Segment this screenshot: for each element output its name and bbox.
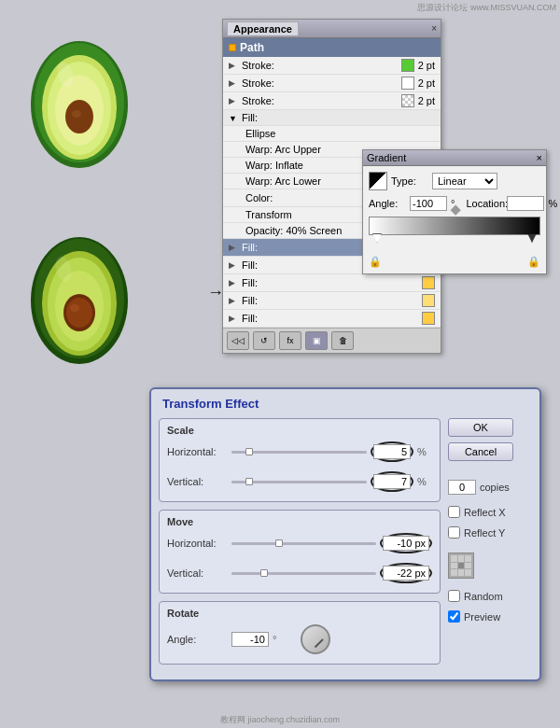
scale-vertical-input[interactable] xyxy=(373,474,411,489)
move-vertical-slider[interactable] xyxy=(231,572,376,575)
move-h-thumb[interactable] xyxy=(275,539,283,547)
grid-cell-2 xyxy=(458,555,465,562)
copies-row: copies xyxy=(448,480,532,495)
stroke-row-1[interactable]: ▶ Stroke: 2 pt xyxy=(223,57,441,75)
fill-row-4[interactable]: ▶ Fill: xyxy=(223,292,441,310)
gradient-type-select[interactable]: Linear Radial xyxy=(432,173,497,189)
fill-arrow-2: ▶ xyxy=(229,260,238,270)
path-label: Path xyxy=(240,41,264,54)
history-back-button[interactable]: ◁◁ xyxy=(227,331,249,350)
rotate-dial[interactable] xyxy=(301,624,330,654)
gradient-tab[interactable]: Gradient xyxy=(367,152,406,163)
avocado-top xyxy=(19,28,140,177)
gradient-content: Type: Linear Radial Angle: ° Location: %… xyxy=(363,166,546,273)
fill-arrow-3: ▶ xyxy=(229,278,238,287)
move-vertical-input[interactable] xyxy=(383,566,429,581)
random-row: Random xyxy=(448,590,532,602)
scale-vertical-unit: % xyxy=(417,476,432,487)
fill-header-label: Fill: xyxy=(242,112,258,123)
gradient-panel: Gradient × Type: Linear Radial Angle: ° … xyxy=(362,149,547,274)
scale-h-thumb[interactable] xyxy=(245,448,253,455)
stroke-row-3[interactable]: ▶ Stroke: 2 pt xyxy=(223,92,441,110)
transform-title: Transform Effect xyxy=(159,397,532,411)
path-header: Path xyxy=(223,38,441,57)
appearance-titlebar: Appearance × xyxy=(223,20,441,38)
grid-cell-5 xyxy=(458,563,465,569)
appearance-close-button[interactable]: × xyxy=(431,23,437,34)
gradient-lock-row: 🔒 🔒 xyxy=(369,256,540,268)
move-vertical-row: Vertical: xyxy=(167,563,432,583)
fill-label-5: Fill: xyxy=(238,313,418,324)
fill-label-4: Fill: xyxy=(238,295,418,306)
gradient-preview-swatch xyxy=(369,172,387,190)
transform-grid-icon[interactable] xyxy=(448,553,474,579)
watermark: 思源设计论坛 www.MISSVUAN.COM xyxy=(417,2,556,14)
copies-input[interactable] xyxy=(448,480,476,495)
cancel-button[interactable]: Cancel xyxy=(448,442,513,461)
fill-section-header[interactable]: ▼ Fill: xyxy=(223,110,441,126)
gradient-close-button[interactable]: × xyxy=(537,152,542,163)
stroke-swatch-1 xyxy=(401,59,414,72)
scale-section: Scale Horizontal: % Vertical: xyxy=(159,418,441,502)
rotate-angle-unit: ° xyxy=(273,634,287,645)
fill-swatch-4 xyxy=(422,294,435,307)
delete-button[interactable]: 🗑 xyxy=(331,331,354,350)
stroke-value-1: 2 pt xyxy=(418,60,435,71)
grid-cell-3 xyxy=(465,555,471,562)
scale-v-track xyxy=(231,481,367,483)
scale-horizontal-input[interactable] xyxy=(373,444,411,459)
move-v-thumb[interactable] xyxy=(260,569,268,577)
add-effect-button[interactable]: fx xyxy=(279,331,301,350)
stroke-row-2[interactable]: ▶ Stroke: 2 pt xyxy=(223,75,441,92)
scale-horizontal-slider[interactable] xyxy=(231,451,367,454)
grid-cell-7 xyxy=(451,569,457,576)
fill-row-3[interactable]: ▶ Fill: xyxy=(223,274,441,292)
reflect-y-checkbox[interactable] xyxy=(448,526,460,539)
gradient-location-input[interactable] xyxy=(507,196,544,211)
move-horizontal-value xyxy=(380,533,432,553)
gradient-location-unit: % xyxy=(548,198,557,209)
reflect-y-row: Reflect Y xyxy=(448,526,532,539)
effect-ellipse[interactable]: Ellipse xyxy=(223,126,441,142)
effect-label-ellipse: Ellipse xyxy=(242,128,435,139)
scale-h-track xyxy=(231,451,367,454)
transform-left-panel: Scale Horizontal: % Vertical: xyxy=(159,418,441,672)
rotate-angle-input[interactable] xyxy=(231,632,269,647)
appearance-tab[interactable]: Appearance xyxy=(227,21,299,35)
svg-point-15 xyxy=(70,304,79,312)
scale-vertical-slider[interactable] xyxy=(231,481,367,483)
random-checkbox[interactable] xyxy=(448,590,460,602)
svg-point-14 xyxy=(66,298,92,328)
scale-horizontal-unit: % xyxy=(417,446,432,457)
history-forward-button[interactable]: ↺ xyxy=(253,331,275,350)
move-horizontal-slider[interactable] xyxy=(231,542,376,545)
gradient-angle-input[interactable] xyxy=(410,196,447,211)
transform-body: Scale Horizontal: % Vertical: xyxy=(159,418,532,672)
new-item-button[interactable]: ▣ xyxy=(305,331,328,350)
preview-checkbox[interactable] xyxy=(448,610,460,623)
gradient-titlebar-left: Gradient xyxy=(367,152,406,163)
scale-v-thumb[interactable] xyxy=(245,478,253,485)
preview-label: Preview xyxy=(464,611,500,623)
preview-row: Preview xyxy=(448,610,532,623)
appearance-footer: ◁◁ ↺ fx ▣ 🗑 xyxy=(223,328,441,353)
random-label: Random xyxy=(464,591,503,602)
svg-point-6 xyxy=(72,110,81,118)
ok-button[interactable]: OK xyxy=(448,418,513,437)
fill-arrow-5: ▶ xyxy=(229,314,238,323)
scale-horizontal-label: Horizontal: xyxy=(167,446,228,457)
move-vertical-label: Vertical: xyxy=(167,567,228,579)
move-h-track xyxy=(231,542,376,545)
grid-cell-9 xyxy=(465,569,471,576)
scale-horizontal-value xyxy=(371,441,413,462)
fill-row-5[interactable]: ▶ Fill: xyxy=(223,310,441,328)
fill-highlighted-arrow: ▶ xyxy=(229,243,238,252)
gradient-bar[interactable] xyxy=(369,217,540,235)
reflect-x-checkbox[interactable] xyxy=(448,506,460,518)
reflect-x-label: Reflect X xyxy=(464,507,506,518)
transform-right-panel: OK Cancel copies Reflect X Reflect Y xyxy=(448,418,532,672)
move-horizontal-input[interactable] xyxy=(383,536,429,551)
stroke-swatch-3 xyxy=(401,94,414,107)
scale-title: Scale xyxy=(167,425,432,436)
move-section: Move Horizontal: Vertical: xyxy=(159,510,441,594)
